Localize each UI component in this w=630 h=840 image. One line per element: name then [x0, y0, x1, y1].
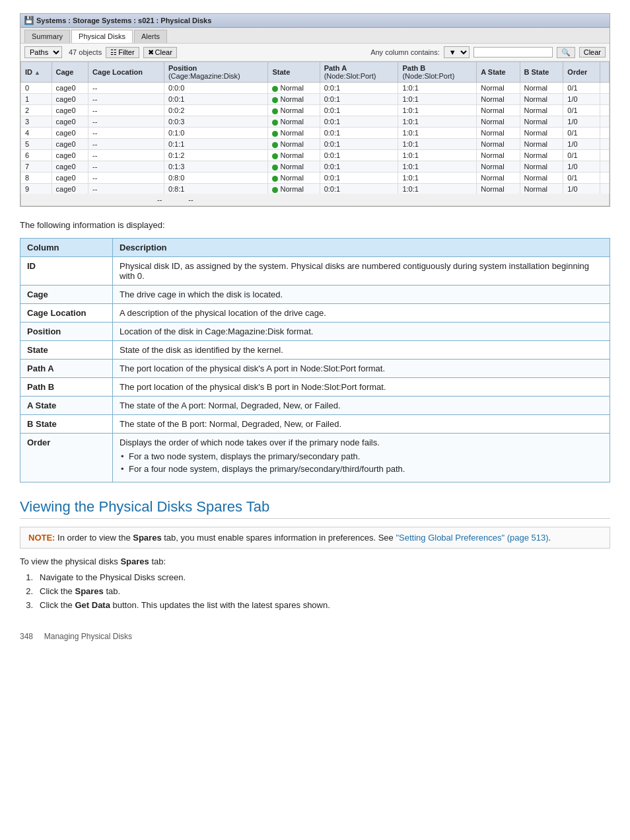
filter-button[interactable]: ☷ Filter	[106, 47, 139, 58]
cell-extra	[600, 161, 610, 172]
desc-cell-desc: The port location of the physical disk's…	[113, 378, 610, 397]
page-title-text: Managing Physical Disks	[44, 632, 132, 641]
desc-cell-col: State	[20, 341, 113, 360]
col-header-path-b[interactable]: Path B(Node:Slot:Port)	[398, 62, 477, 83]
storage-window: 💾 Systems : Storage Systems : s021 : Phy…	[20, 13, 610, 207]
cell-a-state: Normal	[477, 150, 520, 161]
cell-cage: cage0	[52, 139, 88, 150]
cell-b-state: Normal	[520, 105, 563, 116]
cell-state: Normal	[268, 94, 320, 105]
col-header-state[interactable]: State	[268, 62, 320, 83]
cell-extra	[600, 83, 610, 94]
cell-path-b: 1:0:1	[398, 116, 477, 128]
window-icon: 💾	[24, 16, 34, 25]
search-icon-btn[interactable]: 🔍	[557, 47, 575, 58]
steps-intro: To view the physical disks Spares tab:	[20, 556, 610, 566]
cell-path-a: 0:0:1	[320, 139, 398, 150]
paths-dropdown[interactable]: Paths	[24, 46, 62, 58]
table-footer: -- --	[20, 194, 610, 206]
table-row: 4 cage0 -- 0:1:0 Normal 0:0:1 1:0:1 Norm…	[21, 128, 610, 139]
note-text2: tab, you must enable spares information …	[162, 533, 396, 543]
cell-cage-location: --	[88, 116, 164, 128]
cell-position: 0:1:0	[164, 128, 268, 139]
cell-id: 0	[21, 83, 52, 94]
filter-icon: ☷	[110, 48, 117, 57]
cell-id: 6	[21, 150, 52, 161]
cell-path-b: 1:0:1	[398, 184, 477, 194]
cell-cage: cage0	[52, 94, 88, 105]
cell-extra	[600, 150, 610, 161]
table-row: 8 cage0 -- 0:8:0 Normal 0:0:1 1:0:1 Norm…	[21, 172, 610, 184]
note-link[interactable]: "Setting Global Preferences" (page 513)	[396, 533, 548, 543]
desc-cell-col: Cage Location	[20, 304, 113, 323]
col-header-a-state[interactable]: A State	[477, 62, 520, 83]
col-header-cage[interactable]: Cage	[52, 62, 88, 83]
section-heading: Viewing the Physical Disks Spares Tab	[20, 498, 610, 519]
clear-button[interactable]: ✖ Clear	[143, 47, 177, 58]
col-header-b-state[interactable]: B State	[520, 62, 563, 83]
cell-cage-location: --	[88, 150, 164, 161]
table-row: 0 cage0 -- 0:0:0 Normal 0:0:1 1:0:1 Norm…	[21, 83, 610, 94]
cell-id: 9	[21, 184, 52, 194]
cell-position: 0:0:1	[164, 94, 268, 105]
cell-position: 0:0:3	[164, 116, 268, 128]
desc-table-row: A StateThe state of the A port: Normal, …	[20, 397, 610, 415]
cell-b-state: Normal	[520, 94, 563, 105]
cell-b-state: Normal	[520, 116, 563, 128]
cell-a-state: Normal	[477, 105, 520, 116]
cell-cage: cage0	[52, 184, 88, 194]
cell-state: Normal	[268, 172, 320, 184]
cell-path-b: 1:0:1	[398, 161, 477, 172]
cell-extra	[600, 116, 610, 128]
col-header-order[interactable]: Order	[563, 62, 600, 83]
filter-type-dropdown[interactable]: ▼	[444, 46, 470, 58]
steps-list: 1.Navigate to the Physical Disks screen.…	[20, 570, 610, 612]
desc-cell-col: A State	[20, 397, 113, 415]
description-table: Column Description IDPhysical disk ID, a…	[20, 238, 610, 482]
desc-table-row: StateState of the disk as identified by …	[20, 341, 610, 360]
desc-table-row: Path BThe port location of the physical …	[20, 378, 610, 397]
cell-b-state: Normal	[520, 184, 563, 194]
table-body: 0 cage0 -- 0:0:0 Normal 0:0:1 1:0:1 Norm…	[21, 83, 610, 194]
col-header-position[interactable]: Position(Cage:Magazine:Disk)	[164, 62, 268, 83]
cell-path-b: 1:0:1	[398, 150, 477, 161]
desc-cell-desc: The port location of the physical disk's…	[113, 360, 610, 378]
cell-id: 3	[21, 116, 52, 128]
table-row: 6 cage0 -- 0:1:2 Normal 0:0:1 1:0:1 Norm…	[21, 150, 610, 161]
cell-b-state: Normal	[520, 139, 563, 150]
desc-cell-desc: A description of the physical location o…	[113, 304, 610, 323]
cell-state: Normal	[268, 128, 320, 139]
cell-position: 0:1:1	[164, 139, 268, 150]
clear-search-button[interactable]: Clear	[579, 47, 606, 57]
filter-input[interactable]	[473, 47, 553, 57]
table-row: 9 cage0 -- 0:8:1 Normal 0:0:1 1:0:1 Norm…	[21, 184, 610, 194]
desc-cell-col: Path B	[20, 378, 113, 397]
col-header-path-a[interactable]: Path A(Node:Slot:Port)	[320, 62, 398, 83]
table-header-row: ID ▲ Cage Cage Location Position(Cage:Ma…	[21, 62, 610, 83]
cell-cage-location: --	[88, 128, 164, 139]
cell-position: 0:0:0	[164, 83, 268, 94]
cell-b-state: Normal	[520, 172, 563, 184]
col-header-cage-location[interactable]: Cage Location	[88, 62, 164, 83]
cell-position: 0:1:3	[164, 161, 268, 172]
table-row: 1 cage0 -- 0:0:1 Normal 0:0:1 1:0:1 Norm…	[21, 94, 610, 105]
window-body: Summary Physical Disks Alerts Paths 47 o…	[20, 28, 610, 206]
desc-table-row: OrderDisplays the order of which node ta…	[20, 434, 610, 482]
cell-cage: cage0	[52, 116, 88, 128]
clear-icon: ✖	[148, 48, 154, 57]
tab-alerts[interactable]: Alerts	[134, 30, 167, 43]
cell-state: Normal	[268, 150, 320, 161]
desc-cell-desc: The state of the B port: Normal, Degrade…	[113, 415, 610, 434]
cell-id: 4	[21, 128, 52, 139]
cell-order: 0/1	[563, 83, 600, 94]
tab-summary[interactable]: Summary	[24, 30, 70, 43]
step-item: 1.Navigate to the Physical Disks screen.	[20, 570, 610, 584]
cell-position: 0:0:2	[164, 105, 268, 116]
desc-cell-desc: Physical disk ID, as assigned by the sys…	[113, 257, 610, 286]
tab-physical-disks[interactable]: Physical Disks	[71, 30, 133, 43]
col-header-id[interactable]: ID ▲	[21, 62, 52, 83]
table-scroll-area[interactable]: ID ▲ Cage Cage Location Position(Cage:Ma…	[20, 61, 610, 194]
cell-cage-location: --	[88, 161, 164, 172]
physical-disks-table: ID ▲ Cage Cage Location Position(Cage:Ma…	[20, 61, 610, 194]
cell-id: 8	[21, 172, 52, 184]
